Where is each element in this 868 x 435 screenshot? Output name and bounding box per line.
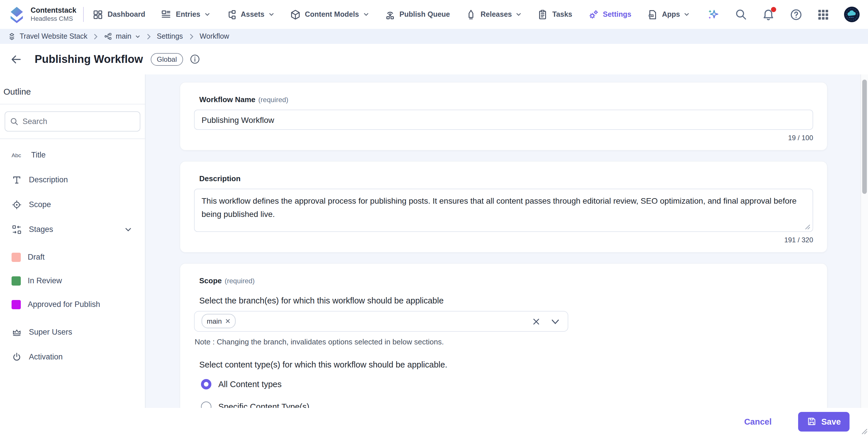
nav-item-assets[interactable]: Assets <box>226 9 274 20</box>
nav-item-releases[interactable]: Releases <box>465 9 522 20</box>
spacer <box>0 316 145 320</box>
chevron-down-icon[interactable] <box>124 225 132 233</box>
sidebar-stage-in-review[interactable]: In Review <box>0 269 145 293</box>
content-models-icon <box>290 9 301 20</box>
workflow-name-card: Workflow Name(required) 19 / 100 <box>180 82 828 150</box>
workflow-name-label-row: Workflow Name(required) <box>194 94 813 104</box>
resize-grip-icon[interactable] <box>804 224 810 230</box>
nav-items: Dashboard Entries Assets <box>92 9 690 20</box>
breadcrumb: Travel Website Stack main Settings Workf… <box>0 29 868 44</box>
save-button[interactable]: Save <box>798 412 849 431</box>
clear-selection-icon[interactable] <box>531 317 541 327</box>
breadcrumb-settings[interactable]: Settings <box>157 32 183 40</box>
sidebar-item-label: Approved for Publish <box>28 300 100 309</box>
branch-multiselect[interactable]: main <box>194 311 568 332</box>
notifications-bell[interactable] <box>762 8 775 21</box>
sidebar-item-label: Draft <box>28 253 45 261</box>
contentstack-logo-icon <box>8 6 25 23</box>
search-icon <box>10 117 19 126</box>
top-navigation: Contentstack Headless CMS Dashboard Entr… <box>0 0 868 29</box>
breadcrumb-label: Settings <box>157 32 183 40</box>
description-label: Description <box>199 174 241 183</box>
breadcrumb-stack[interactable]: Travel Website Stack <box>7 32 88 41</box>
nav-item-apps[interactable]: APP Apps <box>647 9 690 20</box>
nav-item-content-models[interactable]: Content Models <box>290 9 369 20</box>
select-chevron-icon[interactable] <box>551 319 560 325</box>
nav-label: Tasks <box>552 10 572 19</box>
nav-item-entries[interactable]: Entries <box>161 9 210 20</box>
sidebar-item-activation[interactable]: Activation <box>0 344 145 369</box>
abc-text-icon: Abc <box>11 151 24 159</box>
sidebar-item-super-users[interactable]: Super Users <box>0 320 145 344</box>
nav-item-dashboard[interactable]: Dashboard <box>92 9 145 20</box>
back-arrow-icon[interactable] <box>10 53 23 65</box>
help-icon[interactable] <box>789 8 803 21</box>
avatar[interactable] <box>844 6 860 23</box>
search-input[interactable] <box>5 111 140 132</box>
releases-icon <box>465 9 476 20</box>
outline-list: Abc Title Description Scope <box>0 139 145 369</box>
sidebar-item-label: Super Users <box>29 328 72 336</box>
brand-subtitle: Headless CMS <box>31 15 76 22</box>
nav-item-tasks[interactable]: Tasks <box>537 9 572 20</box>
workflow-name-input[interactable] <box>194 110 813 130</box>
branch-note: Note : Changing the branch, invalidates … <box>195 337 813 346</box>
breadcrumb-separator-icon <box>188 33 194 39</box>
contentstack-app: Contentstack Headless CMS Dashboard Entr… <box>0 0 868 435</box>
apps-badge-text: APP <box>649 14 653 16</box>
nav-label: Releases <box>480 10 512 19</box>
sidebar-item-title[interactable]: Abc Title <box>0 142 145 167</box>
radio-selected-icon[interactable] <box>201 379 211 390</box>
nav-item-settings[interactable]: Settings <box>588 9 631 20</box>
nav-label: Publish Queue <box>399 10 450 19</box>
radio-unselected-icon[interactable] <box>201 402 211 408</box>
page-title: Publishing Workflow <box>35 53 143 65</box>
sidebar-item-description[interactable]: Description <box>0 167 145 192</box>
sidebar-item-stages[interactable]: Stages <box>0 217 145 242</box>
chevron-down-icon <box>684 11 690 17</box>
scope-label-row: Scope(required) <box>194 275 813 286</box>
breadcrumb-separator-icon <box>93 33 99 39</box>
content-type-label: Select content type(s) for which this wo… <box>199 360 813 369</box>
remove-tag-icon[interactable] <box>225 319 230 324</box>
sidebar-item-label: Stages <box>29 225 53 234</box>
scrollbar-thumb[interactable] <box>862 79 867 194</box>
entries-icon <box>161 9 172 20</box>
dashboard-icon <box>92 9 103 20</box>
branch-tag-main[interactable]: main <box>202 314 236 329</box>
divider <box>0 104 145 104</box>
page-body: Outline Abc Title <box>0 74 868 408</box>
nav-item-publish-queue[interactable]: Publish Queue <box>384 9 450 20</box>
spacer <box>0 242 145 245</box>
outline-title: Outline <box>0 74 145 104</box>
scope-label: Scope <box>199 276 222 285</box>
sidebar-item-label: Description <box>29 175 68 184</box>
radio-label: All Content types <box>218 380 282 389</box>
abc-glyph: Abc <box>11 152 21 158</box>
app-grid-icon[interactable] <box>817 8 829 21</box>
scope-card: Scope(required) Select the branch(es) fo… <box>180 263 828 408</box>
ai-assistant-icon[interactable] <box>706 7 720 21</box>
scope-target-icon <box>11 199 22 210</box>
cancel-button[interactable]: Cancel <box>741 416 775 427</box>
radio-all-content-types[interactable]: All Content types <box>201 379 813 390</box>
sidebar-stage-draft[interactable]: Draft <box>0 245 145 269</box>
sidebar-item-scope[interactable]: Scope <box>0 192 145 217</box>
branch-icon <box>104 32 112 40</box>
nav-label: Assets <box>241 10 265 19</box>
stages-icon <box>11 224 22 235</box>
search-icon[interactable] <box>735 8 747 21</box>
radio-label: Specific Content Type(s) <box>218 402 309 408</box>
radio-specific-content-types[interactable]: Specific Content Type(s) <box>201 402 813 408</box>
scrollbar-track[interactable] <box>861 74 868 408</box>
breadcrumb-label: Workflow <box>199 32 229 40</box>
window-resize-grip-icon[interactable] <box>861 428 867 434</box>
breadcrumb-branch[interactable]: main <box>104 32 140 40</box>
description-counter: 191 / 320 <box>194 236 813 244</box>
sidebar-stage-approved[interactable]: Approved for Publish <box>0 293 145 316</box>
description-card: Description This workflow defines the ap… <box>180 161 828 253</box>
info-icon[interactable] <box>189 54 200 65</box>
description-textarea[interactable]: This workflow defines the approval proce… <box>194 189 813 232</box>
contentstack-logo[interactable]: Contentstack Headless CMS <box>8 6 76 23</box>
sidebar-item-label: Title <box>31 150 45 159</box>
